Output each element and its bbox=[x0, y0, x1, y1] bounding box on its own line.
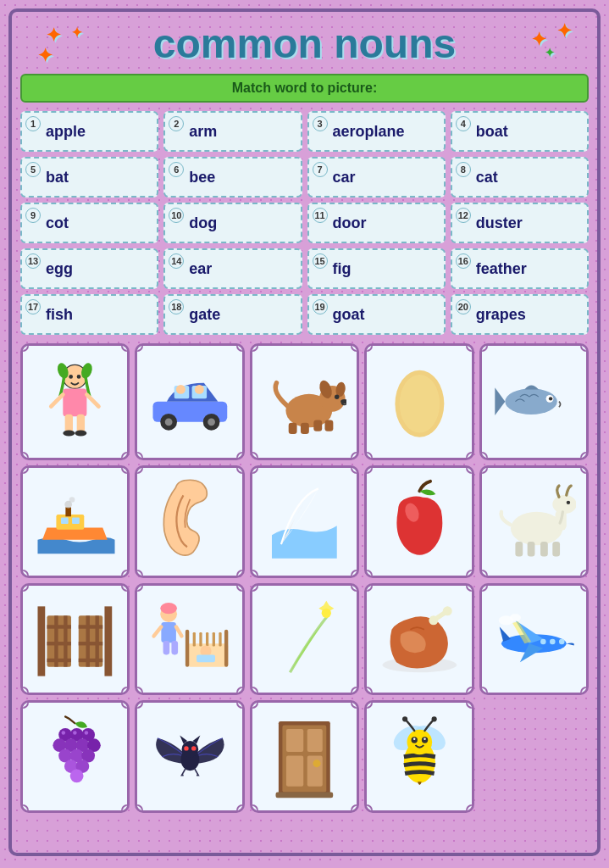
pic-dot-tr bbox=[121, 583, 130, 592]
svg-point-89 bbox=[550, 639, 556, 645]
pic-dot-br bbox=[580, 570, 589, 578]
svg-rect-60 bbox=[79, 659, 103, 662]
svg-rect-50 bbox=[552, 542, 560, 557]
svg-rect-29 bbox=[313, 420, 322, 431]
word-cell-2: 2arm bbox=[163, 111, 302, 152]
svg-point-129 bbox=[402, 716, 407, 721]
pic-dot-bl bbox=[20, 687, 29, 695]
pic-dot-br bbox=[351, 452, 359, 460]
word-cell-8: 8cat bbox=[451, 157, 589, 198]
pic-dot-bl bbox=[479, 452, 488, 460]
picture-cell-3 bbox=[250, 343, 359, 460]
pic-dot-bl bbox=[135, 452, 143, 460]
word-label-11: door bbox=[333, 214, 367, 232]
word-num-8: 8 bbox=[456, 162, 471, 177]
svg-point-7 bbox=[75, 431, 87, 437]
pic-dot-tl bbox=[20, 583, 29, 592]
pic-dot-bl bbox=[20, 804, 29, 813]
svg-point-106 bbox=[62, 731, 66, 735]
svg-point-43 bbox=[511, 512, 562, 545]
pic-dot-tr bbox=[580, 343, 589, 352]
pic-dot-tl bbox=[364, 465, 373, 474]
pic-dot-tl bbox=[20, 465, 29, 474]
pic-dot-tl bbox=[135, 343, 143, 352]
pic-dot-tl bbox=[250, 343, 258, 352]
word-cell-1: 1apple bbox=[20, 111, 158, 152]
picture-cell-9 bbox=[364, 465, 473, 578]
svg-point-130 bbox=[431, 716, 436, 721]
svg-point-39 bbox=[69, 498, 75, 504]
word-num-7: 7 bbox=[313, 162, 328, 177]
picture-cell-6 bbox=[20, 465, 130, 578]
svg-rect-75 bbox=[192, 632, 195, 646]
word-cell-5: 5bat bbox=[20, 157, 158, 198]
pic-dot-bl bbox=[364, 452, 373, 460]
word-label-12: duster bbox=[476, 214, 523, 232]
picture-cell-7 bbox=[135, 465, 244, 578]
word-num-1: 1 bbox=[25, 116, 41, 131]
pic-dot-tl bbox=[364, 700, 373, 709]
svg-rect-56 bbox=[47, 642, 72, 645]
pic-dot-tl bbox=[135, 465, 143, 474]
instruction-text: Match word to picture: bbox=[232, 81, 378, 95]
svg-rect-5 bbox=[77, 415, 85, 432]
pic-dot-bl bbox=[135, 804, 143, 813]
svg-point-19 bbox=[176, 385, 185, 394]
picture-cell-12 bbox=[135, 583, 244, 696]
word-num-4: 4 bbox=[456, 116, 471, 131]
picture-cell-5 bbox=[479, 343, 589, 460]
pic-dot-br bbox=[466, 452, 474, 460]
pic-dot-br bbox=[466, 804, 474, 813]
svg-rect-67 bbox=[161, 622, 176, 643]
svg-rect-47 bbox=[515, 542, 523, 557]
pic-dot-tr bbox=[236, 465, 245, 474]
star-decoration-2: ✦ bbox=[71, 25, 82, 41]
star-decoration-bl: ✦ bbox=[37, 45, 53, 67]
picture-cell-19 bbox=[364, 700, 473, 813]
svg-rect-117 bbox=[286, 756, 303, 787]
pic-dot-tl bbox=[364, 583, 373, 592]
pic-dot-tr bbox=[236, 700, 245, 709]
star-decoration-tl: ✦ bbox=[46, 25, 61, 47]
svg-point-32 bbox=[399, 375, 439, 432]
svg-rect-81 bbox=[197, 655, 215, 663]
pic-dot-bl bbox=[20, 570, 29, 578]
svg-point-105 bbox=[70, 770, 84, 783]
svg-rect-79 bbox=[219, 632, 221, 646]
pic-dot-tl bbox=[364, 343, 373, 352]
pic-dot-bl bbox=[250, 804, 258, 813]
pic-dot-br bbox=[466, 570, 474, 578]
word-cell-20: 20grapes bbox=[451, 294, 589, 335]
svg-rect-71 bbox=[171, 641, 178, 654]
pic-dot-tr bbox=[351, 343, 359, 352]
svg-point-88 bbox=[540, 639, 546, 645]
svg-rect-120 bbox=[276, 793, 334, 798]
word-label-20: grapes bbox=[476, 306, 526, 324]
pic-dot-br bbox=[351, 687, 359, 695]
pic-dot-bl bbox=[479, 570, 488, 578]
pic-dot-bl bbox=[250, 452, 258, 460]
words-grid: 1apple2arm3aeroplane4boat5bat6bee7car8ca… bbox=[20, 111, 589, 335]
svg-rect-62 bbox=[64, 616, 68, 667]
picture-cell-2 bbox=[135, 343, 244, 460]
svg-line-9 bbox=[87, 395, 99, 407]
pic-dot-tr bbox=[466, 465, 474, 474]
word-num-10: 10 bbox=[169, 208, 184, 223]
pic-dot-bl bbox=[135, 687, 143, 695]
star-decoration-tr: ✦ bbox=[556, 20, 572, 42]
svg-rect-74 bbox=[224, 630, 228, 667]
svg-point-86 bbox=[442, 607, 451, 616]
word-label-15: fig bbox=[333, 260, 352, 278]
svg-point-46 bbox=[567, 501, 570, 504]
word-label-14: ear bbox=[189, 260, 212, 278]
svg-point-11 bbox=[77, 375, 81, 379]
pic-dot-tr bbox=[121, 343, 130, 352]
pic-dot-tr bbox=[466, 343, 474, 352]
pic-dot-tr bbox=[236, 343, 245, 352]
pic-dot-br bbox=[466, 687, 474, 695]
word-num-20: 20 bbox=[456, 299, 471, 314]
word-label-8: cat bbox=[476, 169, 498, 186]
pic-dot-tr bbox=[466, 583, 474, 592]
pic-dot-tr bbox=[466, 700, 474, 709]
pic-dot-tl bbox=[250, 583, 258, 592]
